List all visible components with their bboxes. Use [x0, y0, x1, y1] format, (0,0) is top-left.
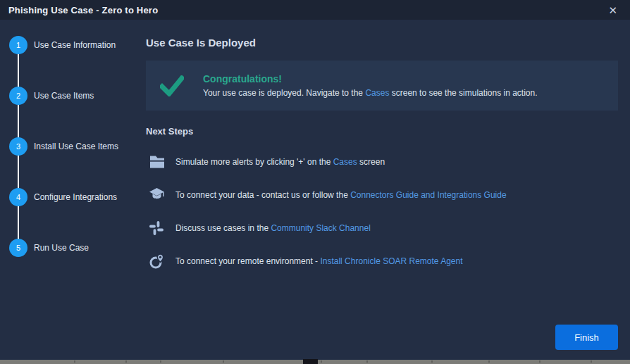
- edge-tick: [223, 360, 224, 363]
- next-step-connect-data: To connect your data - contact us or fol…: [146, 178, 618, 211]
- step-3-indicator[interactable]: 3: [9, 137, 27, 156]
- next-step-simulate-alerts: Simulate more alerts by clicking '+' on …: [146, 145, 618, 178]
- step-5-label: Run Use Case: [34, 243, 89, 253]
- stepper-step-use-case-items[interactable]: 2 Use Case Items: [0, 87, 141, 105]
- edge-tick: [321, 360, 322, 363]
- step-2-indicator[interactable]: 2: [9, 87, 27, 105]
- congrats-banner: Congratulations! Your use case is deploy…: [146, 61, 618, 111]
- next-step-text-before: Discuss use cases in the: [175, 223, 271, 233]
- modal-title: Phishing Use Case - Zero to Hero: [8, 5, 158, 15]
- step-1-label: Use Case Information: [34, 40, 116, 50]
- connectors-guide-link[interactable]: Connectors Guide and Integrations Guide: [350, 190, 506, 200]
- next-step-community-slack: Discuss use cases in the Community Slack…: [146, 211, 618, 244]
- edge-tick: [160, 360, 161, 363]
- next-steps-heading: Next Steps: [146, 126, 618, 137]
- next-step-text-before: To connect your data - contact us or fol…: [175, 190, 350, 200]
- folder-icon: [146, 156, 175, 168]
- step-1-indicator[interactable]: 1: [9, 36, 27, 54]
- slack-channel-link[interactable]: Community Slack Channel: [271, 223, 370, 233]
- next-step-text-after: screen: [357, 157, 385, 167]
- step-4-label: Configure Integrations: [34, 192, 117, 202]
- next-step-text: To connect your data - contact us or fol…: [175, 190, 507, 200]
- step-2-label: Use Case Items: [34, 91, 94, 101]
- edge-tick: [539, 360, 541, 363]
- edge-tick: [366, 360, 368, 363]
- stepper-step-run-use-case[interactable]: 5 Run Use Case: [0, 239, 141, 257]
- cases-link[interactable]: Cases: [365, 88, 389, 98]
- wizard-main-panel: Use Case Is Deployed Congratulations! Yo…: [146, 20, 618, 277]
- next-step-text: To connect your remote environment - Ins…: [175, 256, 463, 266]
- step-4-indicator[interactable]: 4: [9, 188, 27, 206]
- slack-icon: [146, 221, 175, 235]
- edge-tick: [591, 360, 592, 363]
- congrats-title: Congratulations!: [203, 73, 538, 84]
- stepper-step-configure-integrations[interactable]: 4 Configure Integrations: [0, 188, 141, 206]
- close-icon[interactable]: ✕: [608, 5, 617, 15]
- congrats-message-after: screen to see the simulations in action.: [389, 88, 537, 98]
- modal-body: 1 Use Case Information 2 Use Case Items …: [0, 20, 630, 360]
- check-icon: [160, 75, 184, 96]
- next-step-text-before: Simulate more alerts by clicking '+' on …: [175, 157, 333, 167]
- edge-tick: [74, 360, 75, 363]
- wizard-stepper: 1 Use Case Information 2 Use Case Items …: [0, 20, 141, 360]
- remote-agent-icon: [146, 253, 175, 269]
- underlying-page-scroll-thumb: [303, 359, 318, 364]
- step-3-label: Install Use Case Items: [34, 142, 118, 151]
- edge-tick: [488, 360, 490, 363]
- use-case-wizard-modal: Phishing Use Case - Zero to Hero ✕ 1 Use…: [0, 0, 630, 364]
- next-steps-list: Simulate more alerts by clicking '+' on …: [146, 145, 618, 277]
- congrats-message-before: Your use case is deployed. Navigate to t…: [203, 88, 365, 98]
- cases-screen-link[interactable]: Cases: [333, 157, 357, 167]
- congrats-message: Your use case is deployed. Navigate to t…: [203, 88, 538, 98]
- next-step-remote-agent: To connect your remote environment - Ins…: [146, 244, 618, 277]
- stepper-step-install-use-case-items[interactable]: 3 Install Use Case Items: [0, 137, 141, 156]
- page-title: Use Case Is Deployed: [146, 37, 618, 49]
- remote-agent-install-link[interactable]: Install Chronicle SOAR Remote Agent: [320, 256, 462, 266]
- graduation-cap-icon: [146, 188, 175, 201]
- congrats-text-block: Congratulations! Your use case is deploy…: [203, 73, 538, 98]
- edge-tick: [431, 360, 433, 363]
- edge-tick: [125, 360, 127, 363]
- next-step-text: Simulate more alerts by clicking '+' on …: [175, 157, 385, 167]
- next-step-text-before: To connect your remote environment -: [175, 256, 320, 266]
- modal-titlebar: Phishing Use Case - Zero to Hero ✕: [0, 0, 630, 20]
- step-5-indicator[interactable]: 5: [9, 239, 27, 257]
- next-step-text: Discuss use cases in the Community Slack…: [175, 223, 371, 233]
- finish-button[interactable]: Finish: [555, 325, 618, 350]
- stepper-step-use-case-information[interactable]: 1 Use Case Information: [0, 36, 141, 54]
